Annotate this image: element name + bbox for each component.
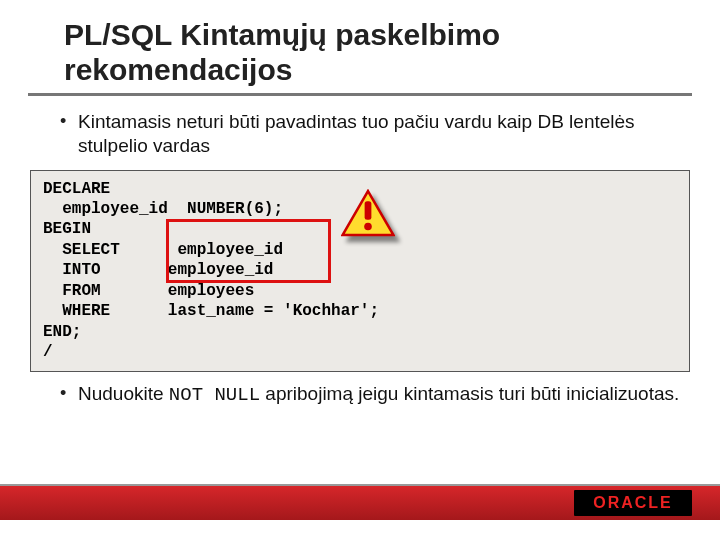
bullet-dot-icon — [60, 382, 78, 404]
oracle-logo-text: ORACLE — [593, 494, 673, 512]
inline-code: NOT NULL — [169, 384, 260, 406]
content-area-2: Nuduokite NOT NULL apribojimą jeigu kint… — [0, 382, 720, 408]
warning-icon — [341, 189, 395, 237]
bullet-text: Kintamasis neturi būti pavadintas tuo pa… — [78, 110, 680, 158]
code-line: / — [43, 342, 677, 362]
bullet-item: Kintamasis neturi būti pavadintas tuo pa… — [60, 110, 680, 158]
code-line: WHERE last_name = 'Kochhar'; — [43, 301, 677, 321]
slide-title: PL/SQL Kintamųjų paskelbimo rekomendacij… — [28, 0, 692, 96]
bullet-dot-icon — [60, 110, 78, 132]
code-block: DECLARE employee_id NUMBER(6); BEGIN SEL… — [30, 170, 690, 372]
content-area: Kintamasis neturi būti pavadintas tuo pa… — [0, 96, 720, 158]
svg-rect-1 — [365, 201, 372, 220]
svg-point-2 — [364, 222, 372, 230]
code-line: END; — [43, 322, 677, 342]
oracle-logo: ORACLE — [574, 490, 692, 516]
highlight-box — [166, 219, 331, 283]
code-line: INTO employee_id — [43, 260, 677, 280]
bullet-item: Nuduokite NOT NULL apribojimą jeigu kint… — [60, 382, 680, 408]
bullet-text-part: Nuduokite — [78, 383, 169, 404]
bullet-text: Nuduokite NOT NULL apribojimą jeigu kint… — [78, 382, 680, 408]
slide: PL/SQL Kintamųjų paskelbimo rekomendacij… — [0, 0, 720, 540]
code-line: FROM employees — [43, 281, 677, 301]
bullet-text-part: apribojimą jeigu kintamasis turi būti in… — [260, 383, 679, 404]
code-line: SELECT employee_id — [43, 240, 677, 260]
